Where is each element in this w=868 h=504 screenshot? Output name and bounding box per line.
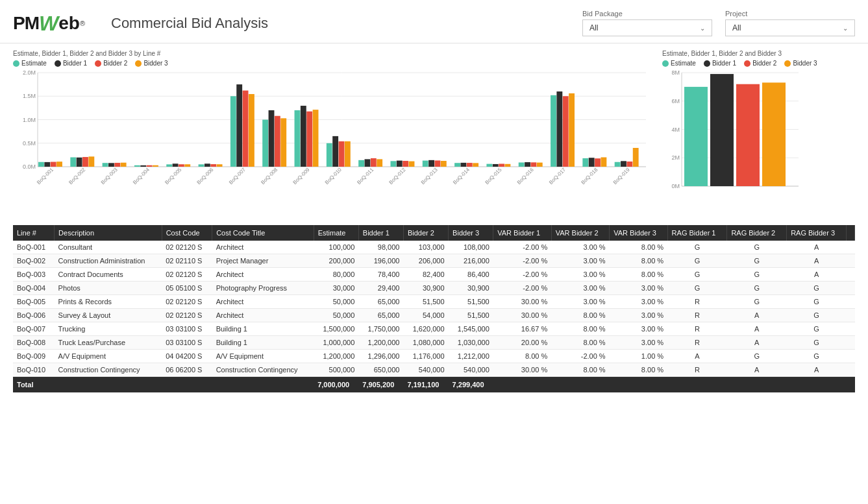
cell-line: BoQ-007 [13,322,55,336]
cell-b3: 1,545,000 [449,322,493,336]
cell-estimate: 1,500,000 [314,322,358,336]
cell-b1: 1,750,000 [358,322,403,336]
cell-line: BoQ-004 [13,282,55,295]
cell-rag2: G [727,295,787,309]
cell-var2: -2.00 % [551,350,609,363]
col-rag3: RAG Bidder 3 [787,225,847,241]
cell-cost-code: 03 03100 S [162,336,212,350]
cell-rag3: A [787,363,847,377]
cell-cost-title: Photography Progress [212,282,314,295]
right-legend-bidder2: Bidder 2 [744,60,776,67]
cell-line: BoQ-006 [13,309,55,322]
cell-var2: 3.00 % [551,282,609,295]
cell-rag1: G [667,268,727,282]
cell-rag3: G [787,336,847,350]
cell-var1: 30.00 % [493,295,551,309]
right-chart-canvas [662,69,805,199]
cell-b1: 29,400 [358,282,403,295]
cell-b3: 86,400 [449,268,493,282]
logo-text: PM [13,13,39,34]
cell-var1: -2.00 % [493,282,551,295]
left-chart: Estimate, Bidder 1, Bidder 2 and Bidder … [13,50,649,219]
cell-rag1: R [667,309,727,322]
right-chart-legend: Estimate Bidder 1 Bidder 2 Bidder 3 [662,60,855,67]
cell-b3: 30,900 [449,282,493,295]
cell-rag3: A [787,241,847,254]
col-b3: Bidder 3 [449,225,493,241]
table-row: BoQ-001 Consultant 02 02120 S Architect … [13,241,855,254]
right-legend-bidder1: Bidder 1 [704,60,736,67]
right-estimate-dot [662,60,669,67]
estimate-dot [13,60,19,67]
table-row: BoQ-005 Prints & Records 02 02120 S Arch… [13,295,855,309]
app-container: PM W eb ® Commercial Bid Analysis Bid Pa… [0,0,868,392]
cell-b3: 51,500 [449,295,493,309]
cell-cost-title: Architect [212,241,314,254]
project-select[interactable]: All ⌄ [725,19,855,36]
cell-b2: 1,080,000 [403,336,448,350]
cell-b2: 54,000 [403,309,448,322]
cell-var3: 3.00 % [610,295,667,309]
cell-cost-code: 02 02120 S [162,309,212,322]
cell-rag3: A [787,254,847,268]
cell-b3: 1,212,000 [449,350,493,363]
col-var2: VAR Bidder 2 [551,225,609,241]
cell-var1: 16.67 % [493,322,551,336]
bid-package-label: Bid Package [582,10,712,18]
cell-cost-code: 02 02120 S [162,295,212,309]
cell-desc: Contract Documents [55,268,162,282]
cell-rag2: G [727,350,787,363]
cell-rag1: G [667,282,727,295]
cell-cost-title: Project Manager [212,254,314,268]
cell-rag2: G [727,282,787,295]
col-rag2: RAG Bidder 2 [727,225,787,241]
footer-b2: 7,191,100 [403,377,448,393]
table-row: BoQ-006 Survey & Layout 02 02120 S Archi… [13,309,855,322]
table-area: Line # Description Cost Code Cost Code T… [0,225,868,392]
cell-b3: 1,030,000 [449,336,493,350]
cell-rag3: G [787,309,847,322]
cell-desc: Truck Leas/Purchase [55,336,162,350]
cell-b2: 51,500 [403,295,448,309]
right-chart-title: Estimate, Bidder 1, Bidder 2 and Bidder … [662,50,855,57]
cell-desc: A/V Equipment [55,350,162,363]
cell-rag3: A [787,268,847,282]
cell-rag2: G [727,268,787,282]
cell-cost-title: Construction Contingency [212,363,314,377]
col-scroll [847,225,855,241]
cell-estimate: 50,000 [314,295,358,309]
cell-var1: -2.00 % [493,254,551,268]
col-estimate: Estimate [314,225,358,241]
cell-var3: 8.00 % [610,241,667,254]
cell-b2: 1,176,000 [403,350,448,363]
cell-var2: 8.00 % [551,336,609,350]
col-line: Line # [13,225,55,241]
logo-reg: ® [80,19,85,27]
cell-var3: 3.00 % [610,282,667,295]
cell-b2: 30,900 [403,282,448,295]
cell-line: BoQ-003 [13,268,55,282]
bid-package-select[interactable]: All ⌄ [582,19,712,36]
cell-line: BoQ-001 [13,241,55,254]
footer-b3: 7,299,400 [449,377,493,393]
cell-desc: Construction Administration [55,254,162,268]
cell-rag1: R [667,322,727,336]
col-cost-code: Cost Code [162,225,212,241]
legend-bidder3: Bidder 3 [135,60,167,67]
cell-estimate: 80,000 [314,268,358,282]
table-row: BoQ-008 Truck Leas/Purchase 03 03100 S B… [13,336,855,350]
cell-desc: Survey & Layout [55,309,162,322]
col-b1: Bidder 1 [358,225,403,241]
cell-line: BoQ-009 [13,350,55,363]
cell-estimate: 200,000 [314,254,358,268]
charts-area: Estimate, Bidder 1, Bidder 2 and Bidder … [0,43,868,225]
cell-var1: 20.00 % [493,336,551,350]
cell-b3: 108,000 [449,241,493,254]
cell-line: BoQ-010 [13,363,55,377]
right-bidder3-dot [784,60,791,67]
cell-estimate: 1,000,000 [314,336,358,350]
project-filter: Project All ⌄ [725,10,855,36]
bid-package-filter: Bid Package All ⌄ [582,10,712,36]
cell-rag3: G [787,282,847,295]
cell-rag3: G [787,350,847,363]
